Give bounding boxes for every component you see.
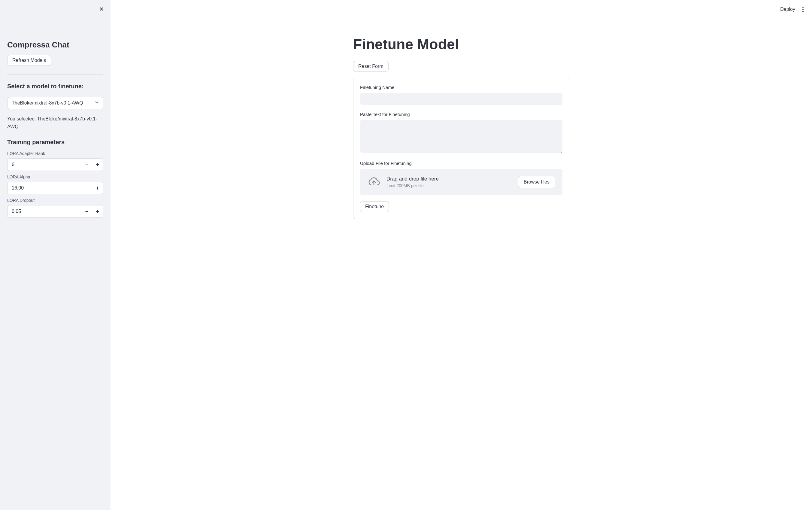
close-icon[interactable]	[98, 6, 105, 13]
lora-alpha-increment[interactable]: +	[92, 182, 103, 194]
training-parameters-heading: Training parameters	[7, 139, 103, 146]
lora-rank-increment[interactable]: +	[92, 159, 103, 171]
page-title: Finetune Model	[353, 36, 569, 53]
lora-rank-decrement[interactable]: −	[81, 159, 92, 171]
upload-label: Upload File for Finetuning	[360, 161, 562, 166]
lora-dropout-decrement[interactable]: −	[81, 205, 92, 218]
lora-dropout-stepper: − +	[7, 205, 103, 218]
sidebar: Compressa Chat Refresh Models Select a m…	[0, 0, 111, 510]
finetuning-name-label: Finetuning Name	[360, 85, 562, 90]
kebab-menu-icon[interactable]	[801, 5, 805, 13]
refresh-models-button[interactable]: Refresh Models	[7, 55, 51, 66]
selected-model-text: You selected: TheBloke/mixtral-8x7b-v0.1…	[7, 115, 103, 130]
finetuning-text-label: Paste Text for Finetuning	[360, 112, 562, 117]
lora-rank-input[interactable]	[7, 159, 81, 170]
upload-primary-text: Drag and drop file here	[386, 176, 512, 182]
finetune-form: Finetuning Name Paste Text for Finetunin…	[353, 78, 569, 219]
topbar: Deploy	[780, 5, 805, 13]
upload-secondary-text: Limit 200MB per file	[386, 183, 512, 188]
finetuning-text-input[interactable]	[360, 120, 562, 153]
divider	[7, 74, 103, 75]
lora-dropout-increment[interactable]: +	[92, 205, 103, 218]
lora-alpha-label: LORA Alpha	[7, 174, 103, 179]
deploy-button[interactable]: Deploy	[780, 7, 795, 12]
upload-text: Drag and drop file here Limit 200MB per …	[386, 176, 512, 188]
main-content: Finetune Model Reset Form Finetuning Nam…	[341, 0, 581, 231]
model-select[interactable]	[7, 97, 103, 109]
select-model-heading: Select a model to finetune:	[7, 83, 103, 90]
sidebar-title: Compressa Chat	[7, 40, 103, 50]
model-select-wrapper	[7, 97, 103, 109]
lora-rank-label: LORA Adapter Rank	[7, 151, 103, 156]
browse-files-button[interactable]: Browse files	[518, 176, 555, 188]
lora-dropout-label: LORA Dropout	[7, 198, 103, 203]
main-area: Deploy Finetune Model Reset Form Finetun…	[111, 0, 812, 510]
cloud-upload-icon	[367, 175, 380, 189]
lora-rank-stepper: − +	[7, 158, 103, 171]
upload-dropzone[interactable]: Drag and drop file here Limit 200MB per …	[360, 169, 562, 195]
finetune-submit-button[interactable]: Finetune	[360, 201, 389, 212]
lora-alpha-stepper: − +	[7, 182, 103, 194]
lora-alpha-input[interactable]	[7, 182, 81, 194]
finetuning-name-input[interactable]	[360, 93, 562, 105]
reset-form-button[interactable]: Reset Form	[353, 61, 388, 72]
lora-alpha-decrement[interactable]: −	[81, 182, 92, 194]
lora-dropout-input[interactable]	[7, 206, 81, 217]
